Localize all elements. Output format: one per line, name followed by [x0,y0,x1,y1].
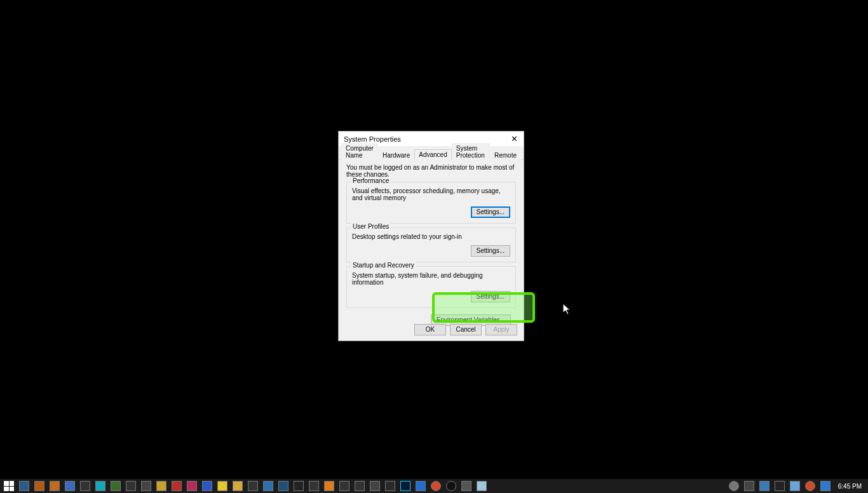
group-user-profiles-desc: Desktop settings related to your sign-in [352,233,510,240]
taskbar-app-21[interactable] [338,480,351,492]
apply-button[interactable]: Apply [485,324,517,335]
windows-logo-icon [4,481,14,491]
taskbar-app-5[interactable] [94,480,107,492]
taskbar-app-17[interactable] [277,480,290,492]
taskbar-app-4[interactable] [79,480,92,492]
file-explorer-icon[interactable] [231,480,244,492]
taskbar[interactable]: 6:45 PM [0,479,868,493]
taskbar-app-22[interactable] [353,480,366,492]
tab-page-advanced: You must be logged on as an Administrato… [339,160,524,328]
dialog-button-row: OK Cancel Apply [414,324,517,335]
task-view-icon[interactable] [18,480,31,492]
taskbar-app-12[interactable] [201,480,214,492]
mouse-cursor-icon [563,304,571,315]
tray-settings-icon[interactable] [728,480,740,492]
taskbar-left [3,480,488,492]
tray-app-4[interactable] [789,480,801,492]
group-user-profiles-legend: User Profiles [351,223,391,230]
taskbar-app-7[interactable] [125,480,137,492]
system-properties-dialog: System Properties ✕ Computer Name Hardwa… [338,131,524,341]
taskbar-app-13[interactable] [216,480,229,492]
tray-app-1[interactable] [743,480,756,492]
taskbar-app-6[interactable] [109,480,122,492]
taskbar-app-9[interactable] [155,480,168,492]
group-startup-recovery: Startup and Recovery System startup, sys… [346,266,516,308]
group-performance-legend: Performance [351,177,391,184]
photoshop-icon[interactable] [399,480,412,492]
taskbar-app-8[interactable] [140,480,153,492]
group-startup-recovery-legend: Startup and Recovery [351,262,416,269]
notepad-icon[interactable] [475,480,488,492]
cancel-button[interactable]: Cancel [450,324,482,335]
group-performance: Performance Visual effects, processor sc… [346,182,516,224]
dialog-title: System Properties [344,135,401,143]
tray-app-6[interactable] [819,480,832,492]
ok-button[interactable]: OK [414,324,446,335]
chrome-icon[interactable] [430,480,442,492]
group-performance-desc: Visual effects, processor scheduling, me… [352,187,510,201]
taskbar-right: 6:45 PM [728,480,865,492]
performance-settings-button[interactable]: Settings... [471,206,510,218]
tab-strip: Computer Name Hardware Advanced System P… [339,146,524,160]
admin-note: You must be logged on as an Administrato… [346,164,516,178]
tab-system-protection[interactable]: System Protection [452,143,490,160]
tray-app-5[interactable] [804,480,817,492]
start-button[interactable] [3,480,15,492]
tray-app-2[interactable] [758,480,771,492]
taskbar-app-15[interactable] [247,480,259,492]
taskbar-app-16[interactable] [262,480,275,492]
taskbar-app-1[interactable] [33,480,46,492]
tab-advanced[interactable]: Advanced [414,149,451,160]
taskbar-app-11[interactable] [186,480,198,492]
taskbar-app-19[interactable] [308,480,320,492]
tab-computer-name[interactable]: Computer Name [341,143,378,160]
group-user-profiles: User Profiles Desktop settings related t… [346,227,516,262]
steam-icon[interactable] [445,480,458,492]
taskbar-app-23[interactable] [369,480,381,492]
tab-remote[interactable]: Remote [490,150,521,160]
taskbar-clock[interactable]: 6:45 PM [834,483,865,490]
taskbar-app-2[interactable] [48,480,61,492]
tab-hardware[interactable]: Hardware [378,150,414,160]
taskbar-app-24[interactable] [384,480,397,492]
taskbar-app-20[interactable] [323,480,336,492]
startup-recovery-settings-button[interactable]: Settings... [471,291,510,302]
taskbar-app-26[interactable] [414,480,427,492]
user-profiles-settings-button[interactable]: Settings... [471,245,510,257]
svg-marker-0 [563,304,570,314]
close-icon[interactable]: ✕ [505,132,524,146]
taskbar-app-10[interactable] [170,480,183,492]
tray-app-3[interactable] [773,480,786,492]
taskbar-app-18[interactable] [292,480,305,492]
taskbar-app-3[interactable] [64,480,76,492]
group-startup-recovery-desc: System startup, system failure, and debu… [352,272,510,286]
taskbar-app-29[interactable] [460,480,473,492]
